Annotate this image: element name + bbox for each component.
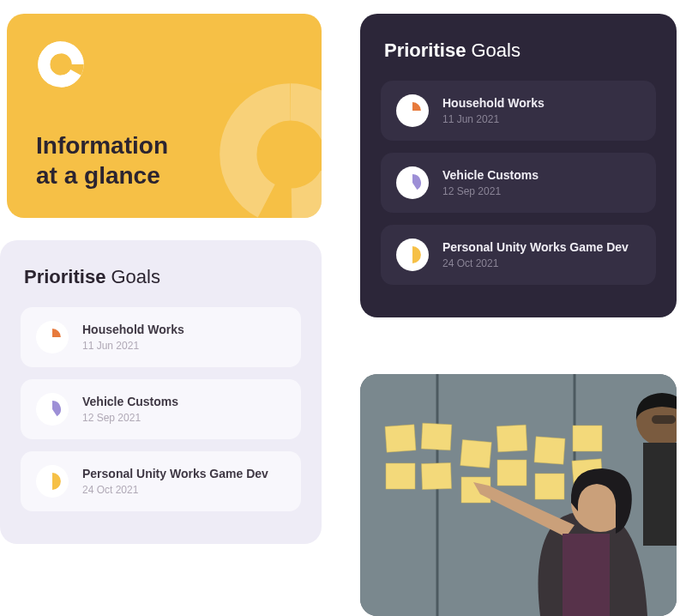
goal-date: 24 Oct 2021 <box>442 257 629 269</box>
goal-date: 12 Sep 2021 <box>82 412 178 424</box>
goal-title: Household Works <box>442 96 545 110</box>
panel-title: Prioritise Goals <box>21 266 301 288</box>
goal-text: Personal Unity Works Game Dev 24 Oct 202… <box>442 240 629 269</box>
pie-yellow-icon <box>396 239 429 271</box>
goal-title: Household Works <box>82 323 184 336</box>
svg-point-3 <box>238 102 322 207</box>
goal-item[interactable]: Vehicle Customs 12 Sep 2021 <box>21 379 301 439</box>
svg-rect-20 <box>496 425 527 452</box>
svg-rect-27 <box>563 534 610 616</box>
photo-card <box>360 374 677 616</box>
svg-rect-16 <box>386 463 415 489</box>
goal-date: 12 Sep 2021 <box>442 185 539 197</box>
pie-orange-icon <box>36 321 69 353</box>
goal-title: Vehicle Customs <box>442 168 539 182</box>
goal-date: 11 Jun 2021 <box>442 113 545 125</box>
info-headline-line2: at a glance <box>36 162 160 189</box>
goal-item[interactable]: Household Works 11 Jun 2021 <box>381 81 656 141</box>
goal-text: Household Works 11 Jun 2021 <box>82 323 184 352</box>
pie-chart-bg-icon <box>214 77 322 218</box>
svg-rect-29 <box>643 443 677 546</box>
pie-chart-icon <box>36 39 86 89</box>
info-headline-line1: Information <box>36 132 168 159</box>
panel-title-rest: Goals <box>472 39 521 61</box>
goal-item[interactable]: Household Works 11 Jun 2021 <box>21 307 301 367</box>
svg-rect-22 <box>534 437 565 464</box>
prioritise-panel-light: Prioritise Goals Household Works 11 Jun … <box>0 240 322 544</box>
info-card: Information at a glance <box>7 14 322 218</box>
sticky-notes-photo <box>360 374 677 616</box>
svg-rect-18 <box>460 440 491 468</box>
goal-text: Vehicle Customs 12 Sep 2021 <box>82 395 178 424</box>
pie-purple-icon <box>396 166 429 199</box>
svg-rect-14 <box>385 425 416 452</box>
svg-rect-30 <box>652 415 676 424</box>
goal-title: Personal Unity Works Game Dev <box>442 240 629 254</box>
pie-orange-icon <box>396 94 429 127</box>
goal-item[interactable]: Personal Unity Works Game Dev 24 Oct 202… <box>21 451 301 511</box>
svg-rect-15 <box>421 423 452 450</box>
goal-date: 24 Oct 2021 <box>82 484 268 496</box>
prioritise-panel-dark: Prioritise Goals Household Works 11 Jun … <box>360 14 677 317</box>
svg-point-2 <box>51 54 70 74</box>
svg-rect-21 <box>497 460 527 486</box>
pie-purple-icon <box>36 393 69 426</box>
svg-rect-24 <box>573 426 602 451</box>
goal-item[interactable]: Personal Unity Works Game Dev 24 Oct 202… <box>381 225 656 285</box>
svg-rect-17 <box>421 462 451 489</box>
pie-yellow-icon <box>36 465 69 498</box>
goal-text: Personal Unity Works Game Dev 24 Oct 202… <box>82 467 268 496</box>
panel-title-bold: Prioritise <box>24 266 105 287</box>
goal-text: Vehicle Customs 12 Sep 2021 <box>442 168 539 197</box>
goal-text: Household Works 11 Jun 2021 <box>442 96 545 125</box>
panel-title-rest: Goals <box>111 266 160 287</box>
panel-title-bold: Prioritise <box>384 39 466 61</box>
svg-rect-23 <box>535 474 564 499</box>
goal-date: 11 Jun 2021 <box>82 340 184 352</box>
goal-title: Personal Unity Works Game Dev <box>82 467 268 480</box>
panel-title: Prioritise Goals <box>381 39 656 62</box>
goal-title: Vehicle Customs <box>82 395 178 408</box>
goal-item[interactable]: Vehicle Customs 12 Sep 2021 <box>381 153 656 213</box>
